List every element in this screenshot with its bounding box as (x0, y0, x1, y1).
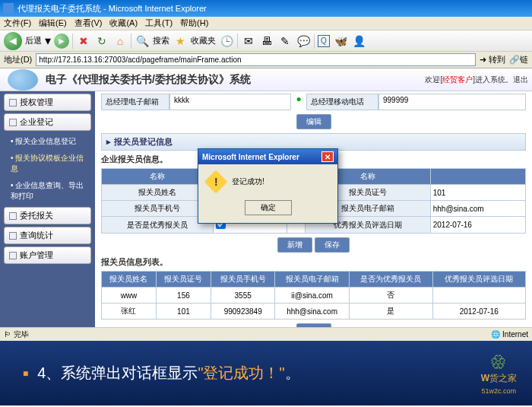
links-label[interactable]: 🔗链 (509, 54, 528, 65)
list-table: 报关员姓名报关员证号报关员手机号报关员电子邮箱是否为优秀报关员优秀报关员评选日期… (101, 271, 526, 320)
menubar: 文件(F) 编辑(E) 查看(V) 收藏(A) 工具(T) 帮助(H) (0, 17, 532, 30)
caption-text: 4、系统弹出对话框显示"登记成功！"。 (37, 363, 299, 383)
stop-icon[interactable]: ✖ (76, 33, 91, 49)
print-icon[interactable]: 🖶 (259, 33, 274, 49)
menu-favorites[interactable]: 收藏(A) (109, 17, 138, 29)
evaldate-input[interactable]: 2012-07-16 (430, 217, 525, 234)
sidebar-item-entrust[interactable]: 委托报关 (4, 207, 91, 224)
edit-icon[interactable]: ✎ (277, 33, 293, 49)
sidebar-item-register[interactable]: 企业登记 (4, 113, 91, 131)
list-head: 报关员信息列表。 (101, 256, 526, 268)
discuss-icon[interactable]: 💬 (296, 33, 311, 49)
dialog-title: Microsoft Internet Explorer (202, 153, 299, 161)
check-icon: ● (291, 94, 306, 110)
add-button[interactable]: 新增 (277, 237, 312, 253)
sidebar-item-auth[interactable]: 授权管理 (4, 94, 91, 111)
brand-logo: 🏵 W货之家 51w2c.com (481, 352, 517, 396)
alert-dialog: Microsoft Internet Explorer ✕ ! 登记成功! 确定 (198, 148, 338, 224)
address-input[interactable]: http://172.16.13.16:27003/acd/pageframe/… (36, 53, 476, 66)
table-row[interactable]: www1563555ii@sina.com否 (102, 288, 526, 304)
status-text: 🏳 完毕 (4, 329, 29, 340)
plugin3-icon[interactable]: 👤 (351, 33, 366, 49)
gm-mobile-input[interactable]: 999999 (378, 94, 526, 110)
dialog-titlebar: Microsoft Internet Explorer ✕ (198, 149, 337, 164)
submit-button[interactable]: 申报 (296, 323, 331, 327)
search-label: 搜索 (153, 35, 169, 46)
sidebar-item-account[interactable]: 账户管理 (4, 246, 91, 264)
back-button[interactable]: ◄ (4, 32, 22, 50)
app-header: 电子《代理报关委托书/委托报关协议》系统 欢迎[经贸客户]进入系统。退出 (0, 68, 532, 91)
menu-file[interactable]: 文件(F) (4, 17, 31, 29)
menu-view[interactable]: 查看(V) (74, 17, 103, 29)
favorites-icon[interactable]: ★ (173, 33, 188, 49)
favicon-icon (3, 3, 14, 14)
sidebar-sub-2[interactable]: • 企业信息查询、导出和打印 (0, 177, 95, 205)
menu-tools[interactable]: 工具(T) (145, 17, 173, 29)
statusbar: 🏳 完毕 🌐 Internet (0, 327, 532, 341)
window-titlebar: 代理报关电子委托系统 - Microsoft Internet Explorer (0, 0, 532, 17)
folder-icon (9, 252, 17, 259)
forward-button[interactable]: ► (54, 33, 69, 49)
wreath-icon: 🏵 (490, 352, 507, 371)
window-title: 代理报关电子委托系统 - Microsoft Internet Explorer (17, 3, 207, 14)
bullet-icon: ■ (23, 368, 28, 379)
search-icon[interactable]: 🔍 (135, 33, 150, 49)
history-icon[interactable]: 🕒 (219, 33, 234, 49)
gm-email-input[interactable]: kkkk (169, 94, 291, 110)
zone-text: 🌐 Internet (491, 330, 528, 339)
sidebar-sub-0[interactable]: • 报关企业信息登记 (0, 133, 95, 150)
app-title: 电子《代理报关委托书/委托报关协议》系统 (46, 73, 251, 87)
name-label: 报关员姓名 (102, 185, 214, 201)
email-input[interactable]: hhh@sina.com (430, 201, 525, 217)
table-row[interactable]: 张红101990923849hhh@sina.com是2012-07-16 (102, 304, 526, 320)
cert-input[interactable]: 101 (430, 185, 525, 201)
gm-email-label: 总经理电子邮箱 (101, 94, 169, 110)
folder-icon (9, 119, 17, 126)
excellent-label: 是否是优秀报关员 (102, 217, 214, 234)
warning-icon: ! (204, 170, 227, 193)
app-logo-icon (8, 69, 38, 91)
ok-button[interactable]: 确定 (245, 200, 292, 215)
refresh-icon[interactable]: ↻ (94, 33, 109, 49)
menu-help[interactable]: 帮助(H) (180, 17, 208, 29)
gm-mobile-label: 总经理移动电话 (306, 94, 378, 110)
toolbar: ◄ 后退 ▾ ► ✖ ↻ ⌂ 🔍 搜索 ★ 收藏夹 🕒 ✉ 🖶 ✎ 💬 Q 🦋 … (0, 30, 532, 52)
folder-icon (9, 212, 17, 220)
folder-icon (9, 99, 17, 107)
addressbar: 地址(D) http://172.16.13.16:27003/acd/page… (0, 52, 532, 68)
sidebar-item-query[interactable]: 查询统计 (4, 227, 91, 244)
sidebar: 授权管理 企业登记 • 报关企业信息登记 • 报关协议模板企业信息 • 企业信息… (0, 91, 95, 327)
slide-caption: ■ 4、系统弹出对话框显示"登记成功！"。 🏵 W货之家 51w2c.com (0, 341, 532, 405)
phone-label: 报关员手机号 (102, 201, 214, 217)
close-icon[interactable]: ✕ (321, 151, 334, 162)
plugin1-icon[interactable]: Q (318, 35, 330, 47)
save-button[interactable]: 保存 (315, 237, 350, 253)
home-icon[interactable]: ⌂ (112, 33, 128, 49)
menu-edit[interactable]: 编辑(E) (39, 17, 67, 29)
favorites-label: 收藏夹 (191, 35, 216, 46)
back-label: 后退 (25, 35, 42, 46)
folder-icon (9, 232, 17, 240)
address-label: 地址(D) (4, 54, 32, 65)
plugin2-icon[interactable]: 🦋 (333, 33, 348, 49)
go-button[interactable]: ➜ 转到 (480, 54, 505, 65)
address-url: http://172.16.13.16:27003/acd/pageframe/… (39, 56, 241, 64)
dialog-message: 登记成功! (232, 176, 264, 187)
edit-button[interactable]: 编辑 (296, 114, 331, 129)
sidebar-sub-1[interactable]: • 报关协议模板企业信息 (0, 150, 95, 177)
welcome-text: 欢迎[经贸客户]进入系统。退出 (425, 75, 528, 85)
mail-icon[interactable]: ✉ (241, 33, 256, 49)
